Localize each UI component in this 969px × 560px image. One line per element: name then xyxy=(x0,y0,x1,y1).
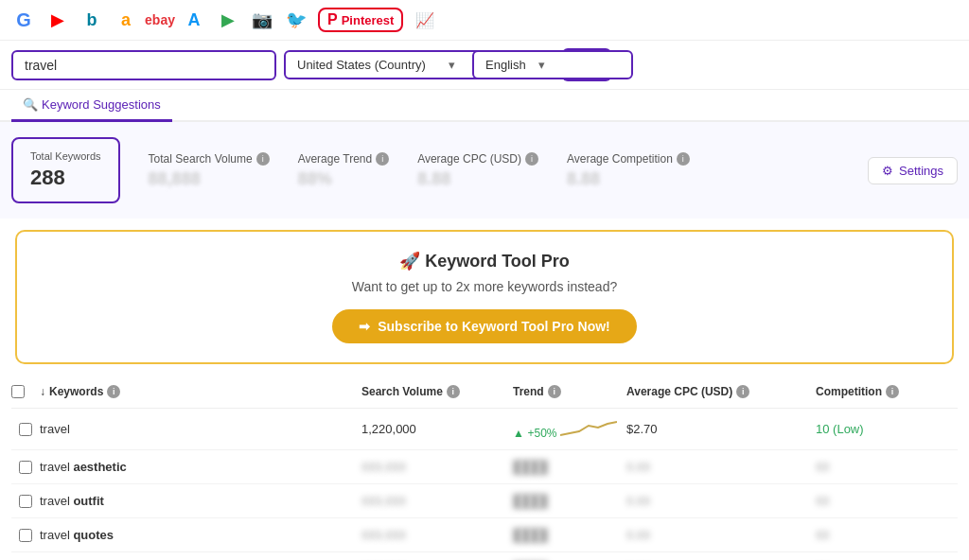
table-row: travel quotes 888,888 ████ 8.88 88 xyxy=(11,518,958,552)
tab-label: Keyword Suggestions xyxy=(42,97,161,112)
trend-cell: ▲ +50% xyxy=(513,418,626,440)
promo-rocket-icon: 🚀 xyxy=(399,252,420,271)
row-checkbox[interactable] xyxy=(19,495,32,508)
average-trend-info-icon[interactable]: i xyxy=(376,152,389,166)
average-trend-label: Average Trend i xyxy=(298,152,390,166)
competition-cell: 88 xyxy=(816,528,958,542)
cpc-cell: 8.88 xyxy=(626,528,816,542)
total-search-volume-stat: Total Search Volume i 88,888 xyxy=(149,152,270,189)
app-store-icon[interactable]: A xyxy=(182,8,206,32)
language-select[interactable]: English Spanish French xyxy=(472,50,633,79)
header-competition-col: Competition i xyxy=(816,385,958,398)
competition-col-info-icon[interactable]: i xyxy=(886,385,899,398)
search-input[interactable] xyxy=(25,58,263,73)
table-row: travel outfit 888,888 ████ 8.88 88 xyxy=(11,484,958,518)
cpc-cell: 8.88 xyxy=(626,494,816,508)
row-checkbox-cell xyxy=(11,461,40,474)
keywords-table: ↓ Keywords i Search Volume i Trend i Ave… xyxy=(0,376,969,560)
keyword-cell: travel quotes xyxy=(40,528,361,542)
average-competition-label: Average Competition i xyxy=(567,152,690,166)
trend-icon[interactable]: 📈 xyxy=(413,8,437,32)
twitter-icon[interactable]: 🐦 xyxy=(284,8,308,32)
top-nav: G ▶ b a ebay A ▶ 📷 🐦 P Pinterest 📈 xyxy=(0,0,969,41)
header-keywords-col: ↓ Keywords i xyxy=(40,385,361,398)
search-volume-cell: 888,888 xyxy=(361,460,513,474)
search-small-icon: 🔍 xyxy=(23,97,38,112)
trend-up-icon: ▲ xyxy=(513,427,524,440)
trend-pct: +50% xyxy=(528,427,557,440)
table-header: ↓ Keywords i Search Volume i Trend i Ave… xyxy=(11,376,958,409)
promo-subtitle: Want to get up to 2x more keywords inste… xyxy=(36,279,933,294)
trend-cell: ████ xyxy=(513,494,626,508)
play-store-icon[interactable]: ▶ xyxy=(216,8,240,32)
total-keywords-label: Total Keywords xyxy=(30,150,101,162)
search-input-wrap xyxy=(11,50,276,80)
average-competition-value: 8.88 xyxy=(567,169,690,189)
location-wrap: United States (Country) United Kingdom (… xyxy=(284,50,465,79)
table-row: travel essentials 888,888 ████ 8.88 88 xyxy=(11,552,958,560)
cpc-col-info-icon[interactable]: i xyxy=(736,385,749,398)
promo-title: 🚀 Keyword Tool Pro xyxy=(36,251,933,271)
keyword-cell: travel outfit xyxy=(40,494,361,508)
search-volume-col-label: Search Volume xyxy=(361,385,443,398)
average-trend-stat: Average Trend i 88% xyxy=(298,152,390,189)
row-checkbox-cell xyxy=(11,495,40,508)
competition-cell: 88 xyxy=(816,460,958,474)
pinterest-label: Pinterest xyxy=(342,13,395,27)
trend-cell: ████ xyxy=(513,528,626,542)
trend-col-label: Trend xyxy=(513,385,544,398)
table-row: travel 1,220,000 ▲ +50% $2.70 10 (Low) xyxy=(11,409,958,450)
average-competition-stat: Average Competition i 8.88 xyxy=(567,152,690,189)
average-competition-info-icon[interactable]: i xyxy=(677,152,690,166)
cpc-col-label: Average CPC (USD) xyxy=(626,385,732,398)
amazon-icon[interactable]: a xyxy=(114,8,138,32)
total-search-volume-info-icon[interactable]: i xyxy=(256,152,270,166)
cpc-cell: $2.70 xyxy=(626,422,816,436)
row-checkbox[interactable] xyxy=(19,423,32,436)
competition-cell: 10 (Low) xyxy=(816,422,958,436)
search-volume-col-info-icon[interactable]: i xyxy=(447,385,460,398)
total-search-volume-label: Total Search Volume i xyxy=(149,152,270,166)
gear-icon: ⚙ xyxy=(882,164,893,178)
row-checkbox[interactable] xyxy=(19,529,32,542)
ebay-icon[interactable]: ebay xyxy=(148,8,172,32)
row-checkbox-cell xyxy=(11,423,40,436)
tabs-bar: 🔍 Keyword Suggestions xyxy=(0,90,969,122)
promo-title-text: Keyword Tool Pro xyxy=(425,252,570,271)
tab-keyword-suggestions[interactable]: 🔍 Keyword Suggestions xyxy=(11,90,172,122)
search-volume-cell: 888,888 xyxy=(361,494,513,508)
trend-col-info-icon[interactable]: i xyxy=(548,385,561,398)
total-search-volume-value: 88,888 xyxy=(149,169,270,189)
average-cpc-info-icon[interactable]: i xyxy=(525,152,538,166)
search-volume-cell: 1,220,000 xyxy=(361,422,513,436)
pinterest-nav-item[interactable]: P Pinterest xyxy=(318,8,403,32)
row-checkbox[interactable] xyxy=(19,461,32,474)
settings-label: Settings xyxy=(899,164,943,178)
location-select[interactable]: United States (Country) United Kingdom (… xyxy=(284,50,483,79)
promo-card: 🚀 Keyword Tool Pro Want to get up to 2x … xyxy=(15,230,954,364)
sort-down-arrow: ↓ xyxy=(40,385,45,398)
header-cpc-col: Average CPC (USD) i xyxy=(626,385,816,398)
average-cpc-label: Average CPC (USD) i xyxy=(417,152,538,166)
language-wrap: English Spanish French xyxy=(472,50,555,79)
average-cpc-value: 8.88 xyxy=(417,169,538,189)
youtube-icon[interactable]: ▶ xyxy=(45,8,70,32)
select-all-checkbox[interactable] xyxy=(11,385,25,398)
instagram-icon[interactable]: 📷 xyxy=(250,8,274,32)
bing-icon[interactable]: b xyxy=(79,8,104,32)
cpc-cell: 8.88 xyxy=(626,460,816,474)
keywords-col-info-icon[interactable]: i xyxy=(107,385,120,398)
subscribe-button[interactable]: ➡ Subscribe to Keyword Tool Pro Now! xyxy=(332,309,637,343)
pinterest-p-icon: P xyxy=(327,11,338,28)
table-row: travel aesthetic 888,888 ████ 8.88 88 xyxy=(11,450,958,484)
average-cpc-stat: Average CPC (USD) i 8.88 xyxy=(417,152,538,189)
search-bar: United States (Country) United Kingdom (… xyxy=(0,41,969,90)
row-checkbox-cell xyxy=(11,529,40,542)
subscribe-arrow-icon: ➡ xyxy=(359,319,370,334)
google-icon[interactable]: G xyxy=(11,8,36,32)
average-trend-value: 88% xyxy=(298,169,390,189)
keyword-cell: travel xyxy=(40,422,361,436)
settings-button[interactable]: ⚙ Settings xyxy=(868,157,958,184)
stats-row: Total Keywords 288 Total Search Volume i… xyxy=(0,122,969,219)
keyword-cell: travel aesthetic xyxy=(40,460,361,474)
